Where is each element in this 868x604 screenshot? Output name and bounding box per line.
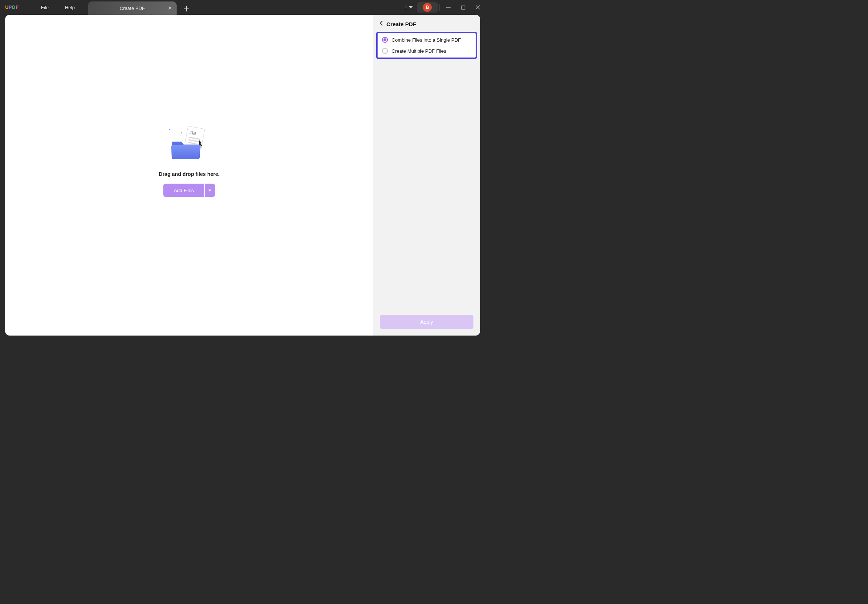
add-files-button[interactable]: Add Files [163,184,215,197]
chevron-left-icon [380,21,383,26]
add-files-label: Add Files [163,184,204,197]
new-tab-button[interactable] [181,4,192,15]
tab-strip: Create PDF ✕ [88,0,192,15]
chevron-down-icon [409,6,412,8]
app-window: U P D F File Help Create PDF ✕ 1 B [0,0,485,338]
close-window-button[interactable] [471,0,485,15]
radio-label: Create Multiple PDF Files [392,48,446,54]
separator [31,4,31,11]
back-button[interactable] [380,21,383,27]
svg-rect-4 [446,7,451,8]
open-docs-count[interactable]: 1 [400,5,417,10]
minimize-button[interactable] [441,0,456,15]
create-mode-options: Combine Files into a Single PDF Create M… [376,32,477,59]
folder-documents-illustration: Aa [165,124,213,164]
maximize-button[interactable] [456,0,471,15]
svg-text:F: F [16,5,19,10]
radio-combine-single[interactable]: Combine Files into a Single PDF [382,37,471,43]
close-icon [476,5,480,9]
dropzone[interactable]: Aa [159,124,220,197]
avatar: B [423,3,432,12]
radio-icon [382,48,388,54]
main-panel: Aa [5,15,373,336]
titlebar: U P D F File Help Create PDF ✕ 1 B [0,0,485,15]
tab-create-pdf[interactable]: Create PDF ✕ [88,2,177,15]
radio-label: Combine Files into a Single PDF [392,37,461,43]
side-header: Create PDF [373,15,480,32]
svg-text:D: D [12,5,16,10]
add-files-dropdown[interactable] [205,184,215,197]
close-tab-icon[interactable]: ✕ [168,6,172,11]
side-panel-title: Create PDF [386,21,416,27]
side-panel: Create PDF Combine Files into a Single P… [373,15,480,336]
avatar-button[interactable]: B [417,2,438,12]
separator [439,4,440,11]
svg-text:U: U [5,5,8,10]
body: Aa [0,15,485,338]
caret-down-icon [208,189,211,191]
spacer [373,59,480,310]
minimize-icon [446,5,451,9]
radio-create-multiple[interactable]: Create Multiple PDF Files [382,48,471,54]
svg-text:Aa: Aa [189,129,197,136]
radio-icon [382,37,388,43]
tab-title: Create PDF [119,6,145,11]
titlebar-right: 1 B [400,0,485,15]
dropzone-text: Drag and drop files here. [159,171,220,177]
open-docs-number: 1 [405,5,408,10]
app-logo: U P D F [0,4,29,11]
maximize-icon [461,6,465,9]
menu-help[interactable]: Help [57,5,83,10]
svg-text:P: P [9,5,12,10]
menu-file[interactable]: File [33,5,57,10]
svg-rect-5 [461,6,465,9]
apply-button[interactable]: Apply [380,315,473,329]
